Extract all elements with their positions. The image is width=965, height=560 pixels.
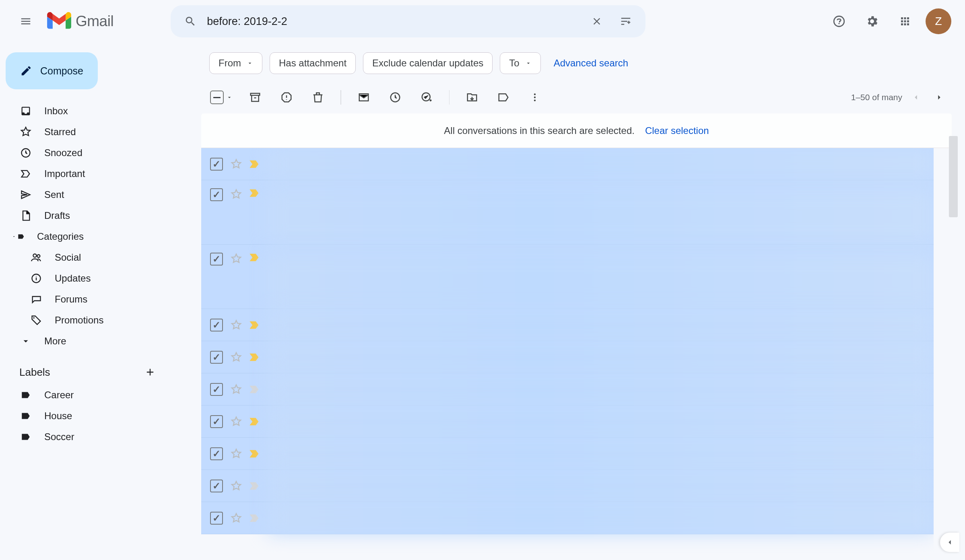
star-outline-icon (230, 416, 242, 428)
filter-from[interactable]: From (209, 52, 262, 74)
star-toggle[interactable] (230, 512, 242, 524)
main-menu-button[interactable] (10, 5, 42, 37)
search-icon (184, 15, 196, 27)
message-row[interactable] (201, 502, 934, 534)
move-icon (466, 91, 478, 103)
star-toggle[interactable] (230, 158, 242, 170)
importance-marker[interactable] (249, 253, 260, 262)
message-row[interactable] (201, 373, 934, 406)
importance-marker[interactable] (249, 513, 260, 523)
delete-button[interactable] (309, 89, 327, 106)
star-toggle[interactable] (230, 351, 242, 363)
nav-inbox[interactable]: Inbox (6, 101, 165, 121)
nav-snoozed[interactable]: Snoozed (6, 142, 165, 163)
row-checkbox[interactable] (210, 415, 223, 428)
importance-marker[interactable] (249, 159, 260, 169)
search-input[interactable] (207, 15, 580, 28)
clear-selection-link[interactable]: Clear selection (645, 125, 709, 136)
star-toggle[interactable] (230, 319, 242, 331)
row-checkbox[interactable] (210, 188, 223, 201)
nav-drafts[interactable]: Drafts (6, 205, 165, 226)
importance-marker[interactable] (249, 417, 260, 426)
labels-button[interactable] (495, 89, 512, 106)
message-row[interactable] (201, 309, 934, 341)
star-toggle[interactable] (230, 253, 242, 265)
label-career[interactable]: Career (6, 385, 165, 406)
report-spam-button[interactable] (278, 89, 295, 106)
snooze-button[interactable] (386, 89, 404, 106)
row-checkbox[interactable] (210, 480, 223, 492)
nav-updates[interactable]: Updates (16, 268, 165, 289)
clock-icon (19, 146, 32, 159)
message-row[interactable] (201, 438, 934, 470)
select-all-control[interactable] (210, 91, 233, 104)
inbox-icon (19, 105, 32, 117)
star-toggle[interactable] (230, 448, 242, 460)
star-toggle[interactable] (230, 416, 242, 428)
filter-exclude-calendar[interactable]: Exclude calendar updates (363, 52, 493, 74)
add-task-button[interactable] (418, 89, 435, 106)
nav-forums[interactable]: Forums (16, 289, 165, 310)
add-label-button[interactable] (142, 364, 159, 381)
row-checkbox[interactable] (210, 383, 223, 396)
message-row[interactable] (201, 180, 934, 245)
nav-categories[interactable]: Categories (6, 226, 165, 247)
star-toggle[interactable] (230, 480, 242, 492)
filter-attachment[interactable]: Has attachment (270, 52, 356, 74)
row-checkbox[interactable] (210, 512, 223, 525)
nav-starred[interactable]: Starred (6, 121, 165, 142)
logo[interactable]: Gmail (47, 12, 134, 31)
importance-marker[interactable] (249, 385, 260, 394)
nav-label: Categories (37, 231, 84, 242)
importance-marker[interactable] (249, 481, 260, 491)
message-row[interactable] (201, 406, 934, 438)
star-toggle[interactable] (230, 188, 242, 200)
star-toggle[interactable] (230, 383, 242, 395)
label-icon (19, 389, 32, 401)
message-row[interactable] (201, 148, 934, 180)
nav-sent[interactable]: Sent (6, 184, 165, 205)
account-avatar[interactable]: Z (926, 8, 951, 34)
chip-label: Has attachment (279, 58, 346, 69)
importance-marker[interactable] (249, 188, 260, 198)
newer-button[interactable] (906, 88, 926, 107)
importance-marker[interactable] (249, 449, 260, 459)
importance-marker[interactable] (249, 352, 260, 362)
more-button[interactable] (526, 89, 544, 106)
message-row[interactable] (201, 341, 934, 373)
nav-more[interactable]: More (6, 331, 165, 352)
clear-search-button[interactable] (584, 9, 609, 34)
label-house[interactable]: House (6, 406, 165, 426)
move-to-button[interactable] (463, 89, 481, 106)
filter-to[interactable]: To (500, 52, 540, 74)
file-icon (19, 209, 32, 222)
mark-unread-button[interactable] (355, 89, 373, 106)
side-panel-toggle[interactable] (940, 533, 959, 552)
archive-button[interactable] (246, 89, 264, 106)
settings-button[interactable] (860, 9, 885, 34)
nav-important[interactable]: Important (6, 163, 165, 184)
compose-button[interactable]: Compose (6, 52, 98, 89)
search-options-button[interactable] (613, 9, 638, 34)
row-checkbox[interactable] (210, 447, 223, 460)
advanced-search-link[interactable]: Advanced search (548, 58, 634, 69)
support-button[interactable] (827, 9, 852, 34)
label-icon (19, 430, 32, 443)
label-soccer[interactable]: Soccer (6, 426, 165, 447)
older-button[interactable] (930, 88, 949, 107)
nav-social[interactable]: Social (16, 247, 165, 268)
message-row[interactable] (201, 470, 934, 502)
row-checkbox[interactable] (210, 351, 223, 364)
nav-promotions[interactable]: Promotions (16, 310, 165, 331)
apps-button[interactable] (893, 9, 918, 34)
importance-marker[interactable] (249, 320, 260, 330)
row-checkbox[interactable] (210, 319, 223, 331)
scrollbar-thumb[interactable] (949, 136, 958, 217)
message-row[interactable] (201, 245, 934, 309)
row-checkbox[interactable] (210, 253, 223, 266)
avatar-letter: Z (935, 15, 942, 28)
row-checkbox[interactable] (210, 158, 223, 171)
search-button[interactable] (178, 9, 203, 34)
importance-icon (249, 417, 260, 426)
tune-icon (620, 15, 632, 27)
